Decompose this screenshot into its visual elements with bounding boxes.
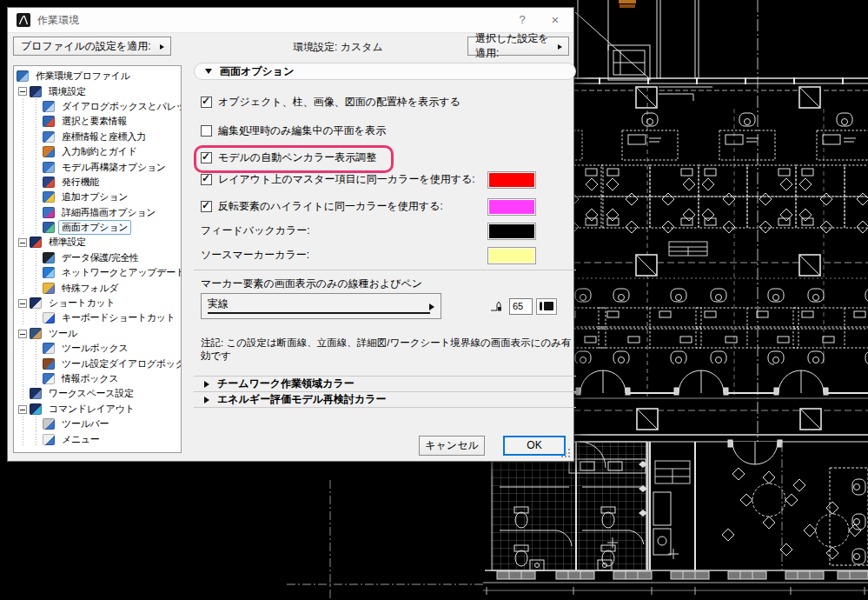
tree-item-label: ダイアログボックスとパレット [58,99,182,114]
tree-item-label: 環境設定 [45,84,89,99]
tree-item-24[interactable]: メニュー [17,431,181,446]
network-icon [43,267,55,278]
tree-item-21[interactable]: ワークスペース設定 [17,386,181,401]
tree-expander-icon[interactable] [17,296,30,310]
tree-item-label: キーボードショートカット [58,310,179,325]
dropdown-arrow-icon [160,44,164,50]
checkbox-checked-icon[interactable] [201,201,212,212]
standard-settings-icon [30,237,42,248]
archicad-workspace: 作業環境 ? × プロファイルの設定を適用: 環境設定: カスタム 選択した設定… [0,0,868,600]
tree-item-4[interactable]: 座標情報と座標入力 [17,130,181,144]
tree-item-label: ツールボックス [58,341,131,356]
checkbox-checked-icon[interactable] [201,97,212,108]
tree-item-16[interactable]: キーボードショートカット [17,310,181,325]
tree-item-0[interactable]: 作業環境プロファイル [17,69,181,83]
help-button[interactable]: ? [509,8,535,32]
pen-number-input[interactable] [509,298,533,315]
tree-item-8[interactable]: 追加オプション [17,190,181,204]
tree-item-7[interactable]: 発行機能 [17,175,181,190]
tree-expander-icon[interactable] [17,83,30,98]
dropdown-arrow-icon [558,44,562,50]
collapsed-sections: チームワーク作業領域カラーエネルギー評価モデル再検討カラー [194,376,576,408]
linetype-value: 実線 [208,297,229,311]
tree-item-19[interactable]: ツール設定ダイアログボックス [17,356,181,370]
tree-item-18[interactable]: ツールボックス [17,341,181,356]
tree-item-9[interactable]: 詳細再描画オプション [17,205,181,220]
tree-item-17[interactable]: ツール [17,326,181,341]
tree-item-label: データ保護/完全性 [58,250,142,265]
tree-item-15[interactable]: ショートカット [17,296,181,310]
window-title: 作業環境 [37,13,79,28]
tree-item-3[interactable]: 選択と要素情報 [17,114,181,129]
checkbox-checked-icon[interactable] [201,152,212,163]
tree-item-1[interactable]: 環境設定 [17,83,181,98]
color-row-label: フィードバックカラー: [201,223,310,238]
tree-item-13[interactable]: ネットワークとアップデート [17,265,181,280]
close-button[interactable]: × [542,8,568,32]
tree-expander-icon[interactable] [17,326,30,341]
color-swatch-button[interactable] [487,247,536,264]
tree-item-label: 特殊フォルダ [58,281,122,296]
tree-item-label: ツール設定ダイアログボックス [58,357,182,371]
color-swatch-button[interactable] [487,171,536,189]
coordinates-icon [43,131,55,143]
tree-item-22[interactable]: コマンドレイアウト [17,402,181,417]
toolbox-icon [43,343,55,354]
tree-expander-icon[interactable] [17,235,30,250]
tree-item-label: ツールバー [58,417,112,431]
tree-item-20[interactable]: 情報ボックス [17,371,181,386]
solid-line-preview [208,312,430,314]
pen-color-button[interactable] [536,298,557,315]
cancel-button[interactable]: キャンセル [419,436,485,456]
collapsed-section-title: チームワーク作業領域カラー [217,377,354,391]
tree-item-label: 情報ボックス [58,371,122,386]
tree-item-10[interactable]: 画面オプション [17,220,181,235]
section-header-screen-options[interactable]: 画面オプション [194,63,576,80]
tree-item-11[interactable]: 標準設定 [17,235,181,250]
tree-item-2[interactable]: ダイアログボックスとパレット [17,99,181,114]
resize-grip[interactable] [560,447,570,457]
tree-item-label: ショートカット [45,296,118,310]
checkbox-row-1[interactable]: 編集処理時のみ編集中の平面を表示 [201,123,576,138]
tree-item-23[interactable]: ツールバー [17,417,181,431]
title-bar[interactable]: 作業環境 ? × [8,8,573,33]
checkbox-row-0[interactable]: オブジェクト、柱、画像、図面の配置枠を表示する [201,95,576,110]
apply-selected-button[interactable]: 選択した設定を適用: [467,37,569,56]
tree-item-6[interactable]: モデル再構築オプション [17,159,181,174]
color-row-3: ソースマーカーカラー: [201,248,576,263]
collapsed-section-0[interactable]: チームワーク作業領域カラー [194,377,576,392]
chevron-right-icon [204,381,209,388]
color-swatch-button[interactable] [487,198,536,216]
dropdown-arrow-icon [429,303,434,310]
marker-linetype-label: マーカー要素の画面表示のみの線種およびペン [201,277,576,290]
tree-item-label: 発行機能 [58,175,103,190]
chevron-right-icon [204,397,209,403]
checkbox-label: 編集処理時のみ編集中の平面を表示 [218,123,386,138]
tree-item-14[interactable]: 特殊フォルダ [17,280,181,295]
special-folders-icon [43,283,55,294]
infobox-icon [43,373,55,384]
color-row-label: レイアウト上のマスター項目に同一カラーを使用する: [218,172,475,187]
color-swatch-button[interactable] [487,223,536,240]
checkbox-group: オブジェクト、柱、画像、図面の配置枠を表示する編集処理時のみ編集中の平面を表示モ… [194,95,576,165]
checkbox-row-2[interactable]: モデルの自動ペンカラー表示調整 [201,150,576,165]
ok-button[interactable]: OK [503,436,566,456]
checkbox-checked-icon[interactable] [201,174,212,185]
settings-disk-icon [30,86,42,97]
tree-expander-icon[interactable] [17,402,30,417]
checkbox-label: オブジェクト、柱、画像、図面の配置枠を表示する [218,95,461,110]
linetype-dropdown[interactable]: 実線 [201,293,441,319]
archicad-logo-icon [17,13,30,27]
checkbox-unchecked-icon[interactable] [201,125,212,137]
settings-tree[interactable]: 作業環境プロファイル環境設定ダイアログボックスとパレット選択と要素情報座標情報と… [13,65,182,453]
input-guides-icon [43,146,55,157]
tree-item-5[interactable]: 入力制約とガイド [17,144,181,159]
menu-icon [43,434,55,445]
workspace-settings-icon [30,388,42,399]
apply-profile-button[interactable]: プロファイルの設定を適用: [13,37,171,56]
tree-item-label: 作業環境プロファイル [32,69,134,83]
tree-item-label: 追加オプション [58,190,131,204]
tree-item-12[interactable]: データ保護/完全性 [17,250,181,265]
collapsed-section-1[interactable]: エネルギー評価モデル再検討カラー [194,392,576,408]
selection-info-icon [43,116,55,127]
